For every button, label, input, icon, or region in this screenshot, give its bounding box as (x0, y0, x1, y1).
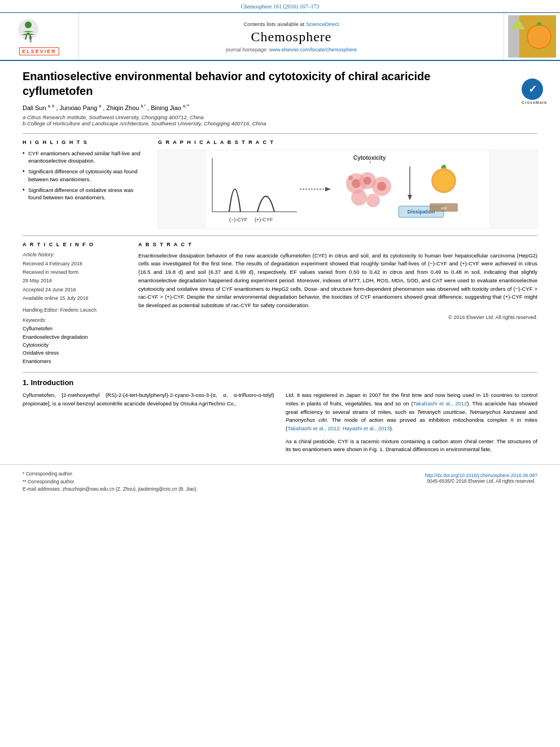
journal-header-right (504, 13, 560, 60)
keyword-1: Cyflumetofen (23, 325, 127, 333)
abstract-column: A B S T R A C T Enantioselective dissipa… (138, 242, 537, 365)
journal-header-left: ELSEVIER (0, 13, 79, 60)
introduction-section: 1. Introduction Cyflumetofen, [2-methoxy… (23, 372, 537, 458)
revised-date: 28 May 2016 (23, 277, 127, 285)
intro-section-title: 1. Introduction (23, 378, 537, 387)
received-date: Received 4 February 2016 (23, 260, 127, 268)
highlights-list: CYF enantiomers achieved similar half-li… (23, 150, 147, 202)
elsevier-label: ELSEVIER (19, 47, 59, 55)
ref-takahashi-2012[interactable]: Takahashi et al., 2012 (413, 400, 467, 407)
svg-point-25 (377, 182, 386, 191)
corresponding-2: ** Corresponding author. (23, 478, 198, 486)
doi-line[interactable]: http://dx.doi.org/10.1016/j.chemosphere.… (425, 473, 537, 478)
intro-col-right: Ltd. It was registered in Japan in 2007 … (286, 391, 537, 458)
article-info-column: A R T I C L E I N F O Article history: R… (23, 242, 127, 365)
intro-para-2: Ltd. It was registered in Japan in 2007 … (286, 391, 537, 433)
footnotes: * Corresponding author. ** Corresponding… (23, 470, 198, 493)
intro-col-left: Cyflumetofen, [2-methoxyethyl (RS)-2-(4-… (23, 391, 274, 458)
svg-text:(+)-CYF: (+)-CYF (255, 217, 273, 222)
highlights-heading: H I G H L I G H T S (23, 139, 147, 145)
article-footer: * Corresponding author. ** Corresponding… (0, 464, 560, 497)
keywords-label: Keywords: (23, 317, 127, 323)
svg-point-26 (351, 190, 367, 206)
contents-line: Contents lists available at ScienceDirec… (244, 21, 339, 27)
svg-text:Cytotoxicity: Cytotoxicity (353, 155, 386, 161)
accepted-date: Accepted 24 June 2016 (23, 286, 127, 294)
keyword-3: Cytotoxicity (23, 341, 127, 349)
article-dates: Received 4 February 2016 Received in rev… (23, 260, 127, 303)
keyword-4: Oxidative stress (23, 349, 127, 357)
graphical-abstract-svg: (−)-CYF (+)-CYF Cytotoxicity (159, 150, 537, 229)
keyword-5: Enantiomers (23, 357, 127, 365)
handling-editor: Handling Editor: Frederic Leusch (23, 307, 127, 313)
journal-reference-bar: Chemosphere 161 (2016) 167–173 (0, 0, 560, 12)
authors-line: Dali Sun a, b , Junxiao Pang a , Zhiqin … (23, 104, 537, 111)
article-info-abstract-section: A R T I C L E I N F O Article history: R… (23, 235, 537, 365)
available-date: Available online 15 July 2016 (23, 294, 127, 303)
svg-point-8 (528, 25, 550, 48)
article-history-label: Article history: (23, 252, 127, 257)
intro-para-1: Cyflumetofen, [2-methoxyethyl (RS)-2-(4-… (23, 391, 274, 408)
journal-thumbnail (508, 15, 556, 58)
article-title: Enantioselective environmental behavior … (23, 69, 446, 98)
article-info-heading: A R T I C L E I N F O (23, 242, 127, 247)
homepage-line: journal homepage: www.elsevier.com/locat… (226, 47, 357, 53)
journal-title: Chemosphere (251, 29, 332, 45)
ref-takahashi-hayashi[interactable]: Takahashi et al., 2012; Hayashi et al., … (287, 425, 390, 431)
issn-line: 0045-6535/© 2016 Elsevier Ltd. All right… (425, 478, 537, 484)
svg-rect-5 (508, 15, 519, 58)
graphical-abstract-column: G R A P H I C A L A B S T R A C T (158, 139, 537, 229)
affil-2: b College of Horticulture and Landscape … (23, 120, 537, 126)
homepage-url[interactable]: www.elsevier.com/locate/chemosphere (269, 47, 357, 53)
graphical-abstract-heading: G R A P H I C A L A B S T R A C T (158, 139, 537, 145)
affiliations: a Citrus Research Institute, Southwest U… (23, 114, 537, 126)
journal-cover-icon (508, 15, 556, 58)
highlights-column: H I G H L I G H T S CYF enantiomers achi… (23, 139, 147, 229)
affil-1: a Citrus Research Institute, Southwest U… (23, 114, 537, 120)
article-content: Enantioselective environmental behavior … (0, 61, 560, 464)
highlight-item-2: Significant difference of cytotoxicity w… (23, 168, 147, 183)
copyright-line: © 2016 Elsevier Ltd. All rights reserved… (138, 314, 537, 320)
email-1[interactable]: zhouzhiqin@swu.edu.cn (Z. Zhou), (62, 486, 137, 492)
svg-point-33 (434, 171, 454, 191)
svg-text:soil: soil (441, 206, 447, 210)
svg-text:(−)-CYF: (−)-CYF (229, 217, 248, 222)
svg-point-2 (25, 21, 32, 28)
keyword-2: Enantioselective degradation (23, 333, 127, 341)
journal-header-center: Contents lists available at ScienceDirec… (79, 13, 504, 60)
highlight-item-1: CYF enantiomers achieved similar half-li… (23, 150, 147, 165)
sciencedirect-link[interactable]: ScienceDirect (306, 21, 339, 27)
keywords-section: Keywords: Cyflumetofen Enantioselective … (23, 317, 127, 365)
svg-point-27 (366, 194, 380, 207)
crossmark-badge[interactable]: ✓ CrossMark (522, 78, 543, 100)
elsevier-logo: ELSEVIER (17, 18, 62, 55)
footer-center: http://dx.doi.org/10.1016/j.chemosphere.… (425, 470, 537, 484)
highlights-graphical-section: H I G H L I G H T S CYF enantiomers achi… (23, 133, 537, 229)
author-dali: Dali Sun (23, 104, 48, 111)
corresponding-1: * Corresponding author. (23, 470, 198, 478)
journal-header: ELSEVIER Contents lists available at Sci… (0, 12, 560, 61)
svg-point-3 (29, 36, 32, 38)
intro-two-col: Cyflumetofen, [2-methoxyethyl (RS)-2-(4-… (23, 391, 537, 458)
intro-para-3: As a chiral pesticide, CYF is a racemic … (286, 438, 537, 454)
elsevier-tree-icon (17, 18, 62, 47)
abstract-heading: A B S T R A C T (138, 242, 537, 247)
graphical-abstract-image: (−)-CYF (+)-CYF Cytotoxicity (158, 150, 537, 229)
crossmark-icon: ✓ (522, 78, 543, 100)
email-2[interactable]: jiaobining@cric.cn (B. Jiao). (138, 486, 198, 492)
journal-reference-text: Chemosphere 161 (2016) 167–173 (240, 3, 319, 10)
svg-point-23 (364, 177, 371, 185)
received-revised-label: Received in revised form (23, 268, 127, 277)
svg-point-21 (348, 176, 353, 180)
highlight-item-3: Significant difference of oxidative stre… (23, 186, 147, 202)
email-line: E-mail addresses: zhouzhiqin@swu.edu.cn … (23, 486, 198, 493)
page-wrapper: Chemosphere 161 (2016) 167–173 (0, 0, 560, 747)
abstract-text: Enantioselective dissipation behavior of… (138, 252, 537, 310)
